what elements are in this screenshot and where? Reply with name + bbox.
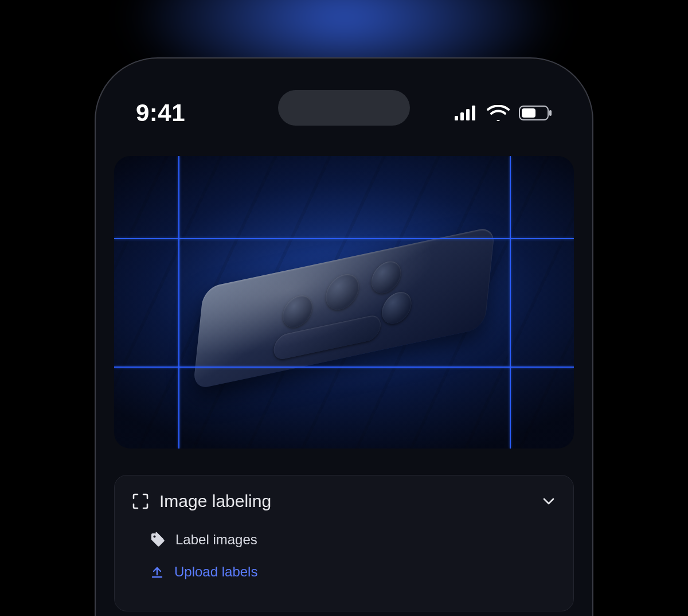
chevron-down-icon[interactable]	[541, 494, 556, 509]
battery-icon	[519, 106, 552, 120]
svg-rect-5	[522, 108, 535, 118]
cellular-signal-icon	[455, 106, 478, 120]
menu-item-label-images[interactable]: Label images	[130, 524, 558, 556]
status-indicators	[455, 105, 552, 121]
tag-icon	[150, 532, 165, 547]
phone-frame: 9:41	[95, 57, 593, 616]
panel-header[interactable]: Image labeling	[130, 488, 558, 524]
svg-rect-3	[472, 106, 475, 120]
camera-viewfinder[interactable]	[114, 156, 574, 449]
upload-icon	[150, 565, 164, 579]
svg-rect-1	[460, 112, 464, 120]
svg-rect-2	[466, 109, 470, 120]
dynamic-island	[278, 90, 410, 126]
svg-rect-6	[549, 110, 552, 116]
svg-rect-0	[455, 116, 458, 120]
wifi-icon	[487, 105, 510, 121]
status-time: 9:41	[136, 99, 185, 127]
svg-point-7	[154, 536, 156, 538]
image-labeling-panel: Image labeling Label images	[114, 475, 574, 611]
panel-title: Image labeling	[159, 492, 531, 511]
menu-item-label: Upload labels	[174, 564, 257, 580]
menu-item-label: Label images	[175, 532, 257, 548]
menu-item-upload-labels[interactable]: Upload labels	[130, 556, 558, 588]
focus-frame-icon	[132, 493, 149, 510]
